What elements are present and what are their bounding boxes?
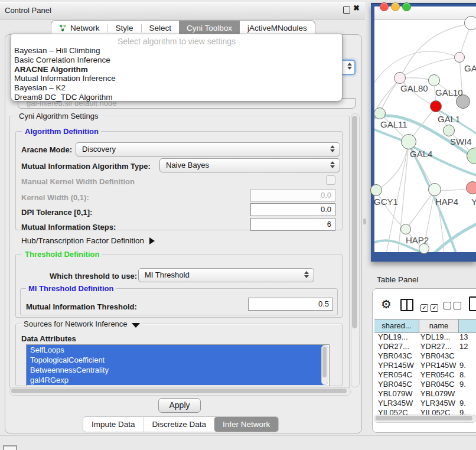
network-node-hap4[interactable] — [428, 183, 441, 196]
algorithm-list-item[interactable]: Mutual Information Inference — [11, 74, 342, 83]
node-label: GAL11 — [380, 119, 407, 129]
attribute-list-item[interactable]: SelfLoops — [27, 345, 325, 355]
bottom-tab[interactable]: Infer Network — [214, 417, 278, 432]
node-label: HAP4 — [435, 197, 458, 207]
float-window-icon[interactable] — [343, 6, 350, 14]
manual-kernel-checkbox[interactable] — [326, 175, 335, 185]
deselect-all-checkboxes-icon[interactable] — [444, 301, 464, 312]
settings-vscrollbar-thumb[interactable] — [352, 116, 357, 328]
node-label: Y — [471, 197, 476, 207]
table-row[interactable]: YDL19... YDL19... 13 — [374, 332, 476, 342]
mi-threshold-label: Mutual Information Threshold: — [26, 302, 137, 311]
mi-type-combo[interactable]: Naive Bayes — [159, 158, 340, 172]
algorithm-list-item[interactable]: ARACNE Algorithm — [11, 65, 342, 74]
attribute-list-item[interactable]: gal4RGexp — [27, 375, 325, 385]
table-row[interactable]: YBR043C YBR043C — [374, 351, 476, 361]
split-columns-icon[interactable] — [400, 299, 413, 311]
table-row[interactable]: YLR345W YLR345W 9. — [374, 399, 476, 408]
algorithm-list-item[interactable]: Basic Correlation Inference — [11, 56, 342, 65]
mi-threshold-group-title: MI Threshold Definition — [26, 285, 116, 292]
table-hscrollbar-thumb[interactable] — [376, 416, 472, 420]
minimized-panel-grip[interactable] — [3, 445, 17, 450]
aracne-mode-value: Discovery — [82, 145, 116, 154]
network-node-gcy1[interactable] — [370, 184, 382, 196]
splitter-handle[interactable] — [363, 219, 366, 224]
cell-shared-name: YDL19... — [374, 332, 418, 342]
cell-name: YBL079W — [418, 389, 457, 399]
cell-value — [457, 389, 476, 399]
network-node[interactable] — [454, 52, 465, 63]
table-row[interactable]: YPR145W YPR145W 9. — [374, 361, 476, 370]
dpi-tolerance-field[interactable]: 0.0 — [250, 203, 335, 216]
network-node-salmon[interactable] — [466, 181, 476, 194]
network-node[interactable] — [464, 16, 476, 30]
control-panel-titlebar — [0, 2, 365, 19]
column-header-name[interactable]: name — [419, 319, 459, 332]
network-icon — [59, 24, 67, 32]
network-node-gal11[interactable] — [374, 107, 386, 119]
close-traffic-light-icon[interactable] — [380, 2, 389, 11]
kernel-width-label: Kernel Width (0,1): — [21, 193, 89, 202]
table-row[interactable]: YER054C YER054C 8. — [374, 370, 476, 380]
column-header-partial[interactable] — [459, 319, 476, 332]
network-node-hap2[interactable] — [400, 224, 411, 234]
manual-kernel-label: Manual Kernel Width Definition — [21, 177, 135, 186]
combo-stepper-icon — [347, 63, 352, 70]
column-header-shared[interactable]: shared... — [374, 319, 419, 332]
document-icon[interactable] — [469, 296, 476, 311]
table-row[interactable]: YBR045C YBR045C 9. — [374, 380, 476, 389]
network-node-gal80[interactable] — [394, 72, 406, 84]
data-attributes-label: Data Attributes — [21, 334, 76, 343]
table-panel-title: Table Panel — [377, 275, 419, 284]
combo-stepper-icon — [304, 271, 309, 278]
apply-button[interactable]: Apply — [158, 398, 201, 413]
dpi-tolerance-label: DPI Tolerance [0,1]: — [21, 208, 92, 217]
mi-threshold-field[interactable]: 0.5 — [248, 298, 333, 311]
kernel-width-field[interactable]: 0.0 — [250, 189, 335, 202]
cell-name: YDL19... — [418, 332, 457, 342]
network-node-gal1[interactable] — [443, 125, 455, 136]
hub-definition-expander[interactable]: Hub/Transcription Factor Definition — [21, 236, 155, 245]
control-panel-title: Control Panel — [5, 6, 51, 15]
cell-name: YDR27... — [418, 342, 457, 351]
close-icon[interactable]: ✖ — [353, 4, 360, 12]
node-label: GAL10 — [435, 87, 463, 97]
minimize-traffic-light-icon[interactable] — [391, 2, 400, 11]
aracne-mode-combo[interactable]: Discovery — [76, 142, 340, 156]
cell-shared-name: YBR045C — [374, 380, 418, 389]
bottom-tab[interactable]: Impute Data — [83, 417, 144, 432]
algorithm-definition-title: Algorithm Definition — [22, 128, 101, 135]
cell-shared-name: YER054C — [374, 370, 418, 380]
network-node-gal10[interactable] — [428, 74, 440, 86]
cell-value: 12 — [457, 342, 476, 351]
settings-hscrollbar-thumb[interactable] — [11, 389, 347, 393]
zoom-traffic-light-icon[interactable] — [402, 2, 411, 11]
bottom-tab[interactable]: Discretize Data — [144, 417, 215, 432]
mi-steps-field[interactable]: 6 — [250, 218, 335, 231]
network-node-gal4[interactable] — [401, 134, 416, 149]
network-window-titlebar[interactable] — [374, 6, 476, 20]
cell-shared-name: YDR27... — [374, 342, 418, 351]
cell-name: YBR045C — [418, 380, 457, 389]
list-scrollbar-thumb[interactable] — [322, 347, 327, 377]
gear-icon[interactable]: ⚙ — [381, 297, 392, 311]
attribute-list-item[interactable]: TopologicalCoefficient — [27, 355, 325, 365]
network-node-selected-red[interactable] — [430, 100, 442, 112]
algorithm-list-item[interactable]: Bayesian – K2 — [11, 83, 342, 93]
expand-right-icon — [149, 237, 155, 244]
select-all-checkboxes-icon[interactable]: ✓✓ — [420, 301, 441, 312]
node-label: GAL1 — [438, 114, 460, 124]
algorithm-list-item[interactable]: Bayesian – Hill Climbing — [11, 46, 342, 56]
attribute-list-item[interactable]: BetweennessCentrality — [27, 365, 325, 375]
table-row[interactable]: YDR27... YDR27... 12 — [374, 342, 476, 351]
which-threshold-value: MI Threshold — [145, 270, 190, 279]
algorithm-list-item[interactable]: Dream8 DC_TDC Algorithm — [11, 93, 342, 102]
mi-type-value: Naive Bayes — [166, 161, 209, 169]
node-label: HAP2 — [406, 235, 429, 245]
which-threshold-combo[interactable]: MI Threshold — [138, 268, 314, 282]
cell-shared-name: YLR345W — [374, 399, 418, 408]
table-row[interactable]: YBL079W YBL079W — [374, 389, 476, 399]
combo-stepper-icon — [330, 145, 335, 152]
sources-group-title[interactable]: Sources for Network Inference — [21, 320, 142, 328]
algorithm-dropdown-popup: Select algorithm to view settings Bayesi… — [11, 34, 343, 102]
